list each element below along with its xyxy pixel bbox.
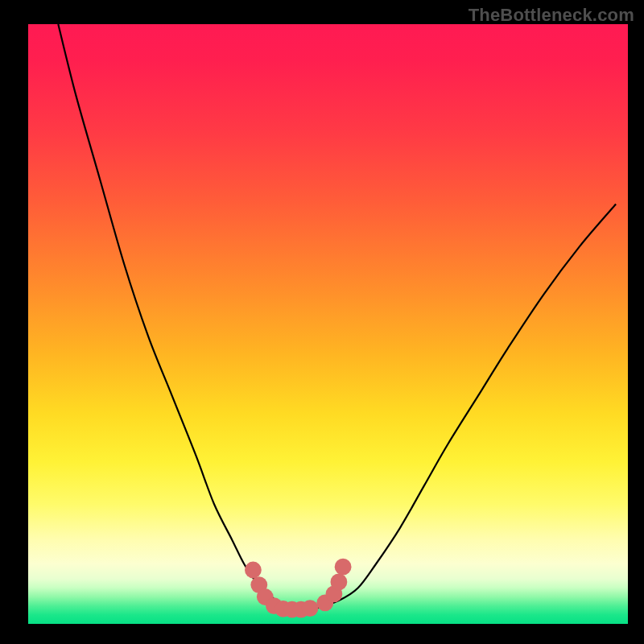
plot-area xyxy=(28,24,628,624)
chart-frame: TheBottleneck.com xyxy=(0,0,644,644)
watermark-text: TheBottleneck.com xyxy=(469,5,634,26)
bottleneck-curve xyxy=(58,24,616,609)
highlight-dot xyxy=(245,562,262,579)
highlight-dot xyxy=(335,559,352,576)
highlight-dot xyxy=(302,600,319,617)
highlight-dots xyxy=(245,559,352,618)
highlight-dot xyxy=(331,574,348,591)
bottleneck-curve-svg xyxy=(28,24,628,624)
